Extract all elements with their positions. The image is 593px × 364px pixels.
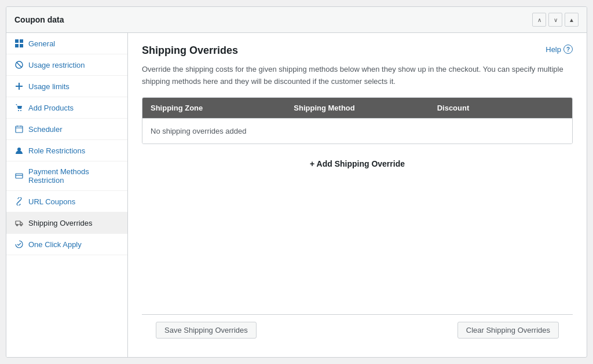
panel-controls: ∧ ∨ ▲ — [532, 13, 579, 27]
sidebar-item-usage-limits[interactable]: Usage limits — [6, 76, 127, 97]
help-label: Help — [546, 45, 561, 54]
save-shipping-overrides-button[interactable]: Save Shipping Overrides — [156, 322, 257, 339]
general-icon — [14, 39, 24, 48]
table-body: No shipping overrides added — [142, 118, 572, 144]
add-shipping-override-button[interactable]: + Add Shipping Override — [142, 153, 573, 174]
collapse-up-button[interactable]: ∧ — [532, 13, 546, 27]
sidebar-item-url-coupons[interactable]: URL Coupons — [6, 191, 127, 212]
sidebar-item-add-products[interactable]: Add Products — [6, 97, 127, 119]
expand-button[interactable]: ▲ — [565, 13, 579, 27]
clear-shipping-overrides-button[interactable]: Clear Shipping Overrides — [457, 322, 559, 339]
url-coupons-icon — [14, 197, 24, 206]
panel-body: General Usage restriction Usage limits A… — [6, 33, 587, 357]
col-shipping-zone: Shipping Zone — [142, 98, 285, 118]
role-restrictions-icon — [14, 146, 24, 155]
col-shipping-method: Shipping Method — [285, 98, 429, 118]
svg-line-17 — [18, 200, 20, 203]
svg-rect-0 — [15, 39, 19, 43]
section-description: Override the shipping costs for the give… — [142, 64, 573, 88]
svg-point-8 — [18, 110, 19, 111]
sidebar-label-general: General — [28, 39, 55, 48]
table-header: Shipping Zone Shipping Method Discount — [142, 98, 572, 118]
col-discount: Discount — [429, 98, 572, 118]
main-header: Shipping Overrides Help ? — [142, 45, 573, 57]
sidebar-label-add-products: Add Products — [28, 104, 74, 112]
panel-header: Coupon data ∧ ∨ ▲ — [6, 7, 587, 33]
footer: Save Shipping Overrides Clear Shipping O… — [142, 314, 573, 345]
add-products-icon — [14, 103, 24, 112]
panel-title: Coupon data — [14, 15, 64, 24]
svg-rect-10 — [16, 126, 23, 133]
sidebar-label-usage-limits: Usage limits — [28, 82, 69, 91]
svg-rect-1 — [20, 39, 23, 43]
sidebar-label-one-click-apply: One Click Apply — [28, 240, 82, 249]
payment-methods-icon — [14, 171, 24, 181]
sidebar-label-role-restrictions: Role Restrictions — [28, 146, 85, 155]
sidebar-item-usage-restriction[interactable]: Usage restriction — [6, 54, 127, 76]
page-title: Shipping Overrides — [142, 45, 238, 57]
svg-point-20 — [20, 225, 21, 226]
sidebar-label-shipping-overrides: Shipping Overrides — [28, 219, 93, 227]
scheduler-icon — [14, 124, 24, 134]
sidebar-item-scheduler[interactable]: Scheduler — [6, 119, 127, 140]
sidebar-item-one-click-apply[interactable]: One Click Apply — [6, 234, 127, 255]
svg-point-9 — [20, 110, 21, 111]
svg-rect-18 — [16, 221, 20, 225]
svg-rect-15 — [16, 174, 23, 178]
svg-rect-2 — [15, 44, 19, 47]
sidebar-label-usage-restriction: Usage restriction — [28, 61, 85, 69]
sidebar-label-url-coupons: URL Coupons — [28, 197, 75, 206]
sidebar: General Usage restriction Usage limits A… — [6, 33, 128, 357]
shipping-overrides-table: Shipping Zone Shipping Method Discount N… — [142, 97, 573, 144]
main-content: Shipping Overrides Help ? Override the s… — [128, 33, 587, 357]
shipping-overrides-icon — [14, 218, 24, 227]
usage-limits-icon — [14, 82, 24, 91]
help-link[interactable]: Help ? — [546, 45, 573, 54]
empty-row: No shipping overrides added — [142, 118, 572, 144]
one-click-apply-icon — [14, 240, 24, 249]
sidebar-item-role-restrictions[interactable]: Role Restrictions — [6, 140, 127, 161]
svg-line-5 — [17, 62, 22, 68]
sidebar-item-payment-methods[interactable]: Payment Methods Restriction — [6, 161, 127, 191]
sidebar-item-shipping-overrides[interactable]: Shipping Overrides — [6, 212, 127, 234]
svg-point-19 — [16, 225, 17, 226]
sidebar-label-scheduler: Scheduler — [28, 125, 63, 134]
usage-restriction-icon — [14, 60, 24, 69]
sidebar-label-payment-methods: Payment Methods Restriction — [28, 167, 119, 185]
svg-rect-3 — [20, 44, 23, 47]
sidebar-item-general[interactable]: General — [6, 33, 127, 54]
collapse-down-button[interactable]: ∨ — [548, 13, 562, 27]
coupon-data-panel: Coupon data ∧ ∨ ▲ General Usage restrict… — [6, 6, 587, 358]
help-icon: ? — [563, 45, 573, 54]
